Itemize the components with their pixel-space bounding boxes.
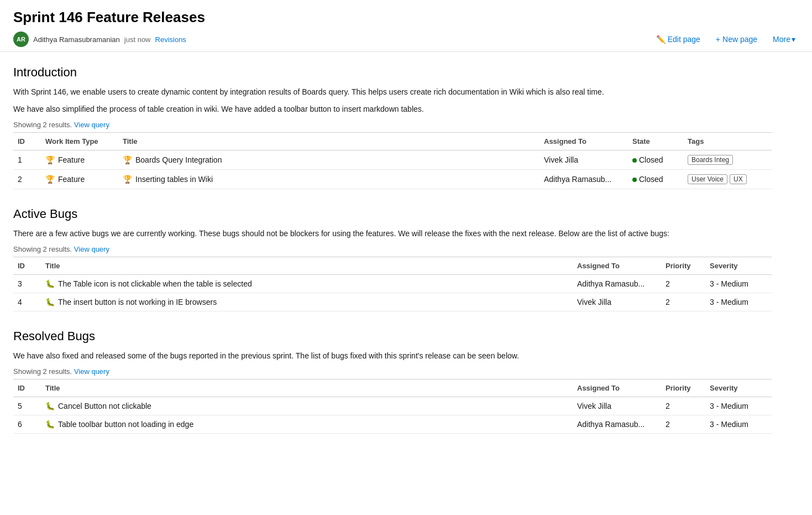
row-assignedto: Adithya Ramasub... [573,275,661,293]
rb-col-title: Title [41,379,573,397]
status-dot [632,178,637,182]
feature-icon: 🏆 [45,175,55,184]
row-state: Closed [628,170,683,189]
table-row: 6 🐛Table toolbar button not loading in e… [13,415,772,434]
intro-showing-results: Showing 2 results. View query [13,121,772,129]
row-assignedto: Vivek Jilla [539,150,628,170]
row-tags: User VoiceUX [683,170,772,189]
resolved-bugs-description: We have also fixed and released some of … [13,350,772,362]
feature-icon: 🏆 [45,155,55,164]
row-workitemtype: 🏆Feature [41,170,118,189]
bug-icon: 🐛 [45,402,55,410]
intro-col-id: ID [13,133,41,150]
edit-page-button[interactable]: ✏️ Edit page [653,33,704,46]
row-severity: 3 - Medium [705,415,772,434]
introduction-title: Introduction [13,65,772,80]
row-title: 🏆Inserting tables in Wiki [118,170,539,189]
plus-icon: + [716,35,720,44]
row-assignedto: Vivek Jilla [573,397,661,415]
rb-col-severity: Severity [705,379,772,397]
active-bugs-title: Active Bugs [13,207,772,221]
row-id: 1 [13,150,41,170]
intro-col-title: Title [118,133,539,150]
row-assignedto: Adithya Ramasub... [539,170,628,189]
revisions-link[interactable]: Revisions [155,35,186,44]
status-dot [632,158,637,163]
table-row: 2 🏆Feature 🏆Inserting tables in Wiki Adi… [13,170,772,189]
row-title: 🏆Boards Query Integration [118,150,539,170]
ab-col-id: ID [13,257,41,275]
intro-paragraph-2: We have also simplified the process of t… [13,103,772,115]
introduction-section: Introduction With Sprint 146, we enable … [13,65,772,189]
tag-badge: UX [730,174,747,184]
tag-badge: Boards Integ [688,155,733,165]
row-assignedto: Adithya Ramasub... [573,415,661,434]
more-button[interactable]: More ▾ [769,33,799,46]
row-state: Closed [628,150,683,170]
header: Sprint 146 Feature Releases AR Adithya R… [0,0,812,52]
intro-paragraph-1: With Sprint 146, we enable users to crea… [13,86,772,98]
row-workitemtype: 🏆Feature [41,150,118,170]
active-bugs-section: Active Bugs There are a few active bugs … [13,207,772,311]
row-priority: 2 [661,415,705,434]
row-severity: 3 - Medium [705,397,772,415]
row-severity: 3 - Medium [705,293,772,311]
ab-col-assignedto: Assigned To [573,257,661,275]
active-bugs-table: ID Title Assigned To Priority Severity 3… [13,257,772,311]
row-title: 🐛Table toolbar button not loading in edg… [41,415,573,434]
main-content: Introduction With Sprint 146, we enable … [0,52,785,465]
tag-badge: User Voice [688,174,727,184]
table-row: 5 🐛Cancel Button not clickable Vivek Jil… [13,397,772,415]
row-title: 🐛The Table icon is not clickable when th… [41,275,573,293]
row-priority: 2 [661,397,705,415]
intro-col-state: State [628,133,683,150]
resolved-bugs-showing-results: Showing 2 results. View query [13,367,772,376]
feature-icon-title: 🏆 [123,155,132,164]
ab-col-severity: Severity [705,257,772,275]
avatar: AR [13,32,29,47]
intro-col-assignedto: Assigned To [539,133,628,150]
active-bugs-view-query-link[interactable]: View query [74,245,109,253]
introduction-table: ID Work Item Type Title Assigned To Stat… [13,132,772,189]
resolved-bugs-header-row: ID Title Assigned To Priority Severity [13,379,772,397]
bug-icon: 🐛 [45,420,55,429]
intro-col-workitemtype: Work Item Type [41,133,118,150]
row-id: 6 [13,415,41,434]
resolved-bugs-view-query-link[interactable]: View query [74,367,109,376]
row-id: 2 [13,170,41,189]
resolved-bugs-table: ID Title Assigned To Priority Severity 5… [13,379,772,434]
toolbar-right: ✏️ Edit page + New page More ▾ [653,33,799,46]
row-tags: Boards Integ [683,150,772,170]
intro-col-tags: Tags [683,133,772,150]
row-id: 4 [13,293,41,311]
row-priority: 2 [661,293,705,311]
meta-row: AR Adithya Ramasubramanian just now Revi… [13,32,799,47]
row-title: 🐛The insert button is not working in IE … [41,293,573,311]
row-id: 5 [13,397,41,415]
row-title: 🐛Cancel Button not clickable [41,397,573,415]
new-page-button[interactable]: + New page [713,33,761,46]
active-bugs-showing-results: Showing 2 results. View query [13,245,772,253]
edit-icon: ✏️ [656,35,666,44]
row-assignedto: Vivek Jilla [573,293,661,311]
rb-col-assignedto: Assigned To [573,379,661,397]
resolved-bugs-title: Resolved Bugs [13,329,772,344]
page-title: Sprint 146 Feature Releases [13,9,799,26]
table-row: 3 🐛The Table icon is not clickable when … [13,275,772,293]
row-id: 3 [13,275,41,293]
table-row: 1 🏆Feature 🏆Boards Query Integration Viv… [13,150,772,170]
author-name: Adithya Ramasubramanian [33,35,120,44]
intro-table-header-row: ID Work Item Type Title Assigned To Stat… [13,133,772,150]
rb-col-id: ID [13,379,41,397]
timestamp: just now [124,35,151,44]
chevron-down-icon: ▾ [792,35,795,44]
ab-col-priority: Priority [661,257,705,275]
table-row: 4 🐛The insert button is not working in I… [13,293,772,311]
feature-icon-title: 🏆 [123,175,132,184]
resolved-bugs-section: Resolved Bugs We have also fixed and rel… [13,329,772,434]
row-priority: 2 [661,275,705,293]
row-severity: 3 - Medium [705,275,772,293]
bug-icon: 🐛 [45,298,55,306]
active-bugs-header-row: ID Title Assigned To Priority Severity [13,257,772,275]
intro-view-query-link[interactable]: View query [74,121,109,129]
